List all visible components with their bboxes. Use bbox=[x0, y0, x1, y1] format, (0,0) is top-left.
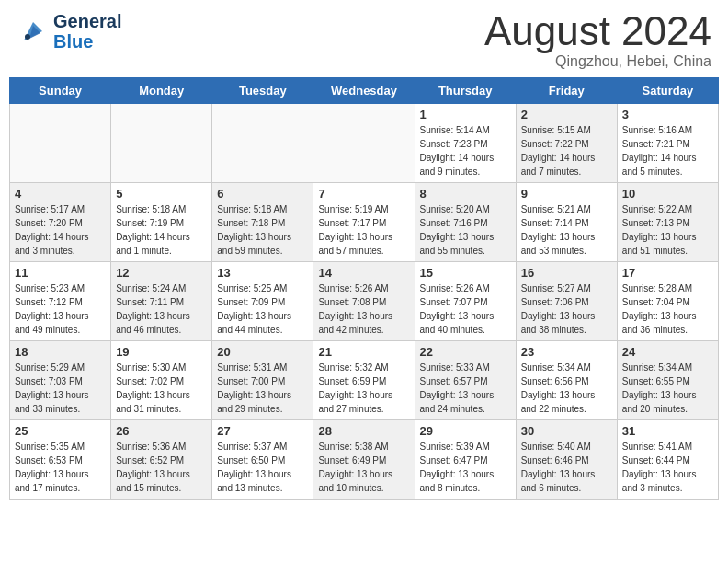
day-number: 23 bbox=[521, 345, 612, 359]
day-cell-1: 1Sunrise: 5:14 AM Sunset: 7:23 PM Daylig… bbox=[415, 104, 516, 183]
day-cell-30: 30Sunrise: 5:40 AM Sunset: 6:46 PM Dayli… bbox=[516, 420, 617, 500]
day-cell-27: 27Sunrise: 5:37 AM Sunset: 6:50 PM Dayli… bbox=[212, 420, 313, 500]
day-number: 9 bbox=[521, 187, 612, 201]
day-cell-12: 12Sunrise: 5:24 AM Sunset: 7:11 PM Dayli… bbox=[111, 262, 212, 341]
day-info: Sunrise: 5:39 AM Sunset: 6:47 PM Dayligh… bbox=[420, 440, 511, 495]
day-number: 2 bbox=[521, 108, 612, 121]
day-info: Sunrise: 5:16 AM Sunset: 7:21 PM Dayligh… bbox=[622, 123, 713, 178]
day-cell-9: 9Sunrise: 5:21 AM Sunset: 7:14 PM Daylig… bbox=[516, 183, 617, 262]
day-info: Sunrise: 5:21 AM Sunset: 7:14 PM Dayligh… bbox=[521, 202, 612, 258]
day-cell-13: 13Sunrise: 5:25 AM Sunset: 7:09 PM Dayli… bbox=[212, 262, 313, 341]
day-info: Sunrise: 5:37 AM Sunset: 6:50 PM Dayligh… bbox=[217, 440, 308, 495]
svg-point-0 bbox=[25, 34, 30, 40]
day-cell-19: 19Sunrise: 5:30 AM Sunset: 7:02 PM Dayli… bbox=[111, 341, 212, 420]
week-row-1: 1Sunrise: 5:14 AM Sunset: 7:23 PM Daylig… bbox=[10, 104, 719, 183]
day-number: 16 bbox=[521, 266, 612, 280]
day-cell-11: 11Sunrise: 5:23 AM Sunset: 7:12 PM Dayli… bbox=[10, 262, 111, 341]
empty-cell bbox=[111, 104, 212, 183]
day-info: Sunrise: 5:26 AM Sunset: 7:07 PM Dayligh… bbox=[420, 282, 511, 337]
day-header-thursday: Thursday bbox=[415, 78, 516, 104]
logo: General Blue bbox=[17, 11, 121, 52]
week-row-5: 25Sunrise: 5:35 AM Sunset: 6:53 PM Dayli… bbox=[10, 420, 719, 500]
empty-cell bbox=[313, 104, 415, 183]
day-cell-31: 31Sunrise: 5:41 AM Sunset: 6:44 PM Dayli… bbox=[617, 420, 718, 500]
day-info: Sunrise: 5:29 AM Sunset: 7:03 PM Dayligh… bbox=[15, 361, 106, 416]
day-cell-28: 28Sunrise: 5:38 AM Sunset: 6:49 PM Dayli… bbox=[313, 420, 415, 500]
day-header-monday: Monday bbox=[111, 78, 212, 104]
day-info: Sunrise: 5:32 AM Sunset: 6:59 PM Dayligh… bbox=[318, 361, 409, 416]
day-number: 13 bbox=[217, 266, 308, 280]
day-info: Sunrise: 5:18 AM Sunset: 7:18 PM Dayligh… bbox=[217, 202, 308, 258]
day-info: Sunrise: 5:26 AM Sunset: 7:08 PM Dayligh… bbox=[318, 282, 409, 337]
day-cell-6: 6Sunrise: 5:18 AM Sunset: 7:18 PM Daylig… bbox=[212, 183, 313, 262]
day-number: 5 bbox=[116, 187, 207, 201]
day-number: 14 bbox=[318, 266, 409, 280]
day-info: Sunrise: 5:35 AM Sunset: 6:53 PM Dayligh… bbox=[15, 440, 106, 495]
day-header-friday: Friday bbox=[516, 78, 617, 104]
day-cell-7: 7Sunrise: 5:19 AM Sunset: 7:17 PM Daylig… bbox=[313, 183, 415, 262]
day-cell-5: 5Sunrise: 5:18 AM Sunset: 7:19 PM Daylig… bbox=[111, 183, 212, 262]
day-number: 10 bbox=[622, 187, 713, 201]
day-info: Sunrise: 5:28 AM Sunset: 7:04 PM Dayligh… bbox=[622, 282, 713, 337]
day-cell-23: 23Sunrise: 5:34 AM Sunset: 6:56 PM Dayli… bbox=[516, 341, 617, 420]
day-info: Sunrise: 5:22 AM Sunset: 7:13 PM Dayligh… bbox=[622, 202, 713, 258]
day-info: Sunrise: 5:14 AM Sunset: 7:23 PM Dayligh… bbox=[420, 123, 511, 178]
week-row-3: 11Sunrise: 5:23 AM Sunset: 7:12 PM Dayli… bbox=[10, 262, 719, 341]
week-row-4: 18Sunrise: 5:29 AM Sunset: 7:03 PM Dayli… bbox=[10, 341, 719, 420]
day-cell-4: 4Sunrise: 5:17 AM Sunset: 7:20 PM Daylig… bbox=[10, 183, 111, 262]
day-cell-10: 10Sunrise: 5:22 AM Sunset: 7:13 PM Dayli… bbox=[617, 183, 718, 262]
day-number: 26 bbox=[116, 424, 207, 438]
day-info: Sunrise: 5:24 AM Sunset: 7:11 PM Dayligh… bbox=[116, 282, 207, 337]
day-info: Sunrise: 5:18 AM Sunset: 7:19 PM Dayligh… bbox=[116, 202, 207, 258]
day-info: Sunrise: 5:34 AM Sunset: 6:55 PM Dayligh… bbox=[622, 361, 713, 416]
day-number: 17 bbox=[622, 266, 713, 280]
day-number: 25 bbox=[15, 424, 106, 438]
day-number: 20 bbox=[217, 345, 308, 359]
day-cell-29: 29Sunrise: 5:39 AM Sunset: 6:47 PM Dayli… bbox=[415, 420, 516, 500]
day-info: Sunrise: 5:31 AM Sunset: 7:00 PM Dayligh… bbox=[217, 361, 308, 416]
location-subtitle: Qingzhou, Hebei, China bbox=[484, 53, 711, 70]
day-info: Sunrise: 5:27 AM Sunset: 7:06 PM Dayligh… bbox=[521, 282, 612, 337]
empty-cell bbox=[10, 104, 111, 183]
day-number: 4 bbox=[15, 187, 106, 201]
day-info: Sunrise: 5:33 AM Sunset: 6:57 PM Dayligh… bbox=[420, 361, 511, 416]
day-cell-25: 25Sunrise: 5:35 AM Sunset: 6:53 PM Dayli… bbox=[10, 420, 111, 500]
day-number: 27 bbox=[217, 424, 308, 438]
calendar-table: SundayMondayTuesdayWednesdayThursdayFrid… bbox=[9, 77, 719, 500]
day-cell-15: 15Sunrise: 5:26 AM Sunset: 7:07 PM Dayli… bbox=[415, 262, 516, 341]
day-info: Sunrise: 5:19 AM Sunset: 7:17 PM Dayligh… bbox=[318, 202, 409, 258]
day-number: 8 bbox=[420, 187, 511, 201]
day-number: 15 bbox=[420, 266, 511, 280]
day-info: Sunrise: 5:20 AM Sunset: 7:16 PM Dayligh… bbox=[420, 202, 511, 258]
day-header-wednesday: Wednesday bbox=[313, 78, 415, 104]
day-info: Sunrise: 5:38 AM Sunset: 6:49 PM Dayligh… bbox=[318, 440, 409, 495]
day-info: Sunrise: 5:41 AM Sunset: 6:44 PM Dayligh… bbox=[622, 440, 713, 495]
day-info: Sunrise: 5:15 AM Sunset: 7:22 PM Dayligh… bbox=[521, 123, 612, 178]
day-number: 24 bbox=[622, 345, 713, 359]
day-header-sunday: Sunday bbox=[10, 78, 111, 104]
day-info: Sunrise: 5:30 AM Sunset: 7:02 PM Dayligh… bbox=[116, 361, 207, 416]
day-number: 22 bbox=[420, 345, 511, 359]
day-number: 21 bbox=[318, 345, 409, 359]
day-number: 1 bbox=[420, 108, 511, 121]
day-info: Sunrise: 5:40 AM Sunset: 6:46 PM Dayligh… bbox=[521, 440, 612, 495]
day-header-saturday: Saturday bbox=[617, 78, 718, 104]
day-header-tuesday: Tuesday bbox=[212, 78, 313, 104]
day-info: Sunrise: 5:34 AM Sunset: 6:56 PM Dayligh… bbox=[521, 361, 612, 416]
day-number: 6 bbox=[217, 187, 308, 201]
week-row-2: 4Sunrise: 5:17 AM Sunset: 7:20 PM Daylig… bbox=[10, 183, 719, 262]
day-cell-20: 20Sunrise: 5:31 AM Sunset: 7:00 PM Dayli… bbox=[212, 341, 313, 420]
day-number: 11 bbox=[15, 266, 106, 280]
title-area: August 2024 Qingzhou, Hebei, China bbox=[484, 11, 711, 70]
logo-general: General bbox=[53, 11, 121, 31]
day-number: 3 bbox=[622, 108, 713, 121]
day-number: 12 bbox=[116, 266, 207, 280]
day-cell-17: 17Sunrise: 5:28 AM Sunset: 7:04 PM Dayli… bbox=[617, 262, 718, 341]
day-cell-26: 26Sunrise: 5:36 AM Sunset: 6:52 PM Dayli… bbox=[111, 420, 212, 500]
day-number: 30 bbox=[521, 424, 612, 438]
day-number: 28 bbox=[318, 424, 409, 438]
day-cell-24: 24Sunrise: 5:34 AM Sunset: 6:55 PM Dayli… bbox=[617, 341, 718, 420]
day-cell-22: 22Sunrise: 5:33 AM Sunset: 6:57 PM Dayli… bbox=[415, 341, 516, 420]
logo-blue: Blue bbox=[53, 31, 121, 52]
day-number: 19 bbox=[116, 345, 207, 359]
